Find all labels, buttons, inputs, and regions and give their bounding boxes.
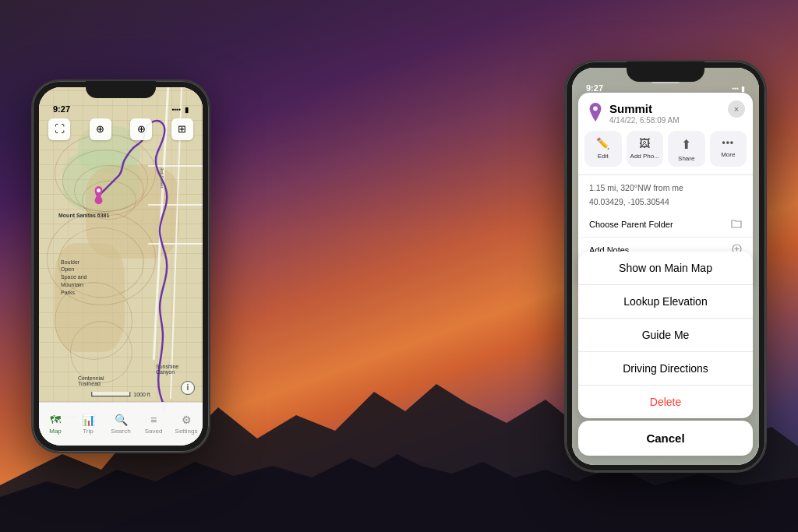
nav-item-search[interactable]: 🔍 Search — [104, 414, 137, 435]
card-subtitle: 4/14/22, 6:58:09 AM — [609, 116, 680, 125]
map-label-boulder: BoulderOpenSpace andMountainParks — [61, 259, 87, 297]
nav-icon-saved: ≡ — [150, 414, 157, 426]
expand-button[interactable]: ⛶ — [48, 118, 70, 140]
compass-button[interactable]: ⊕ — [90, 118, 111, 140]
scale-label: 1000 ft — [133, 392, 150, 397]
action-sheet: Show on Main Map Lookup Elevation Guide … — [578, 252, 753, 418]
notch-right — [627, 62, 704, 82]
delete-item[interactable]: Delete — [578, 386, 753, 418]
battery-icon: ▮ — [185, 106, 189, 114]
more-button[interactable]: ••• More — [710, 131, 747, 167]
phone-left: Mount Sanitas 6381 BoulderOpenSpace andM… — [31, 79, 210, 453]
card-title: Summit — [609, 102, 680, 116]
info-button[interactable]: i — [181, 381, 195, 395]
edit-icon: ✏️ — [596, 137, 609, 150]
nav-item-saved[interactable]: ≡ Saved — [137, 414, 170, 435]
nav-icon-search: 🔍 — [115, 414, 128, 426]
bottom-navigation: 🗺 Map 📊 Trip 🔍 Search ≡ Saved ⚙ Set — [39, 402, 203, 446]
photo-icon: 🖼 — [639, 137, 650, 150]
share-icon: ⬆ — [681, 137, 691, 152]
status-icons-right: ▪▪▪ ▮ — [732, 85, 745, 93]
share-label: Share — [678, 155, 694, 162]
show-main-map-item[interactable]: Show on Main Map — [578, 252, 753, 285]
phone-right: 9:27 ▪▪▪ ▮ Summit 4/14 — [564, 60, 767, 473]
nav-label-saved: Saved — [145, 428, 163, 435]
edit-label: Edit — [598, 153, 609, 160]
notch-left — [86, 81, 156, 98]
right-screen: 9:27 ▪▪▪ ▮ Summit 4/14 — [572, 68, 759, 465]
signal-icon: ▪▪▪▪ — [172, 106, 181, 113]
action-row: ✏️ Edit 🖼 Add Pho... ⬆ Share ••• More — [578, 131, 753, 174]
status-icons-left: ▪▪▪▪ ▮ — [172, 106, 189, 114]
svg-point-1 — [593, 106, 598, 111]
add-photo-button[interactable]: 🖼 Add Pho... — [627, 131, 664, 167]
parent-folder-row[interactable]: Choose Parent Folder — [578, 213, 753, 238]
battery-icon-right: ▮ — [741, 85, 745, 93]
scale-bar: 1000 ft — [91, 392, 150, 397]
cancel-button[interactable]: Cancel — [578, 421, 753, 456]
edit-button[interactable]: ✏️ Edit — [584, 131, 622, 167]
coords-text: 40.03429, -105.30544 — [578, 194, 753, 208]
nav-item-trip[interactable]: 📊 Trip — [72, 414, 104, 435]
add-photo-label: Add Pho... — [630, 153, 659, 160]
share-button[interactable]: ⬆ Share — [668, 131, 705, 167]
info-section: 1.15 mi, 320°NW from me 40.03429, -105.3… — [578, 174, 753, 213]
guide-me-item[interactable]: Guide Me — [578, 319, 753, 352]
map-toolbar: ⛶ ⊕ ⊕ ⊞ — [39, 115, 203, 143]
nav-label-map: Map — [49, 428, 62, 435]
nav-icon-trip: 📊 — [82, 414, 95, 426]
more-label: More — [721, 151, 735, 158]
more-icon: ••• — [722, 137, 734, 148]
nav-icon-settings: ⚙ — [182, 414, 192, 426]
pin-icon — [588, 103, 603, 122]
card-header: Summit 4/14/22, 6:58:09 AM × — [578, 93, 753, 131]
add-button[interactable]: ⊕ — [130, 118, 152, 140]
distance-text: 1.15 mi, 320°NW from me — [578, 180, 753, 194]
map-label-centennial: CentennialTrailhead — [78, 375, 104, 386]
layers-button[interactable]: ⊞ — [171, 118, 193, 140]
scale-line — [91, 392, 130, 396]
screen-right: 9:27 ▪▪▪ ▮ Summit 4/14 — [572, 68, 759, 465]
folder-icon — [731, 219, 742, 231]
nav-item-map[interactable]: 🗺 Map — [39, 414, 72, 435]
nav-label-settings: Settings — [175, 428, 198, 435]
map-label-sanitas: Mount Sanitas 6381 — [58, 212, 109, 219]
svg-point-0 — [97, 188, 101, 192]
signal-icon-right: ▪▪▪ — [732, 85, 739, 92]
nav-icon-map: 🗺 — [50, 414, 61, 426]
driving-directions-item[interactable]: Driving Directions — [578, 352, 753, 386]
map-label-sunshine: SunshineCanyon — [156, 364, 178, 375]
nav-label-search: Search — [111, 428, 130, 435]
street-label-3rd: 3rd Street — [160, 167, 164, 188]
time-right: 9:27 — [586, 83, 603, 93]
nav-label-trip: Trip — [83, 428, 93, 435]
time-left: 9:27 — [53, 104, 70, 114]
close-button[interactable]: × — [728, 100, 745, 118]
map-screen: Mount Sanitas 6381 BoulderOpenSpace andM… — [39, 87, 203, 446]
screen-left: Mount Sanitas 6381 BoulderOpenSpace andM… — [39, 87, 203, 446]
nav-item-settings[interactable]: ⚙ Settings — [170, 414, 203, 435]
lookup-elevation-item[interactable]: Lookup Elevation — [578, 285, 753, 319]
parent-folder-label: Choose Parent Folder — [589, 220, 731, 229]
